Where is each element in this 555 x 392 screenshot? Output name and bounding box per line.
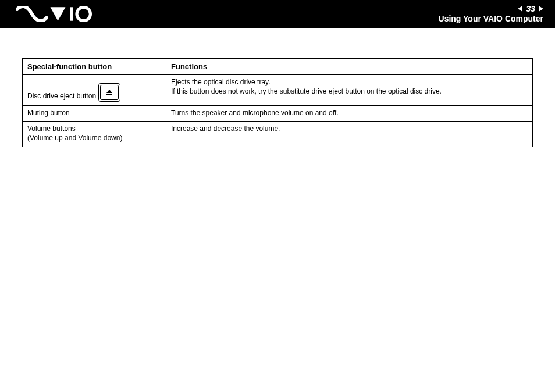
svg-marker-0 <box>51 7 66 20</box>
pager: 33 <box>518 5 543 13</box>
svg-point-2 <box>77 7 90 20</box>
row2-label-line1: Volume buttons <box>27 124 76 133</box>
col2-header: Functions <box>166 59 533 75</box>
row0-func-cell: Ejects the optical disc drive tray. If t… <box>166 75 533 106</box>
vaio-logo-svg <box>16 6 99 22</box>
row2-func: Increase and decrease the volume. <box>166 122 533 147</box>
header-right: 33 Using Your VAIO Computer <box>439 5 543 24</box>
prev-page-arrow-icon[interactable] <box>518 6 522 12</box>
row0-label: Disc drive eject button <box>27 91 96 102</box>
table-row: Muting button Turns the speaker and micr… <box>23 106 533 122</box>
row0-label-cell: Disc drive eject button <box>23 75 166 106</box>
section-title: Using Your VAIO Computer <box>439 15 543 23</box>
content-area: Special-function button Functions Disc d… <box>0 28 555 147</box>
row0-func-line1: Ejects the optical disc drive tray. <box>171 78 271 86</box>
table-row: Disc drive eject button Ejects the optic… <box>23 75 533 106</box>
row2-label-line2: (Volume up and Volume down) <box>27 134 122 142</box>
row2-label-cell: Volume buttons (Volume up and Volume dow… <box>23 122 166 147</box>
row1-func: Turns the speaker and microphone volume … <box>166 106 533 122</box>
header-bar: 33 Using Your VAIO Computer <box>0 0 555 28</box>
svg-rect-1 <box>70 7 73 20</box>
row0-func-line2: If this button does not work, try the su… <box>171 87 442 95</box>
table-header-row: Special-function button Functions <box>23 59 533 75</box>
eject-icon <box>106 89 113 96</box>
next-page-arrow-icon[interactable] <box>539 6 543 12</box>
table-row: Volume buttons (Volume up and Volume dow… <box>23 122 533 147</box>
col1-header: Special-function button <box>23 59 166 75</box>
row1-label: Muting button <box>23 106 166 122</box>
functions-table: Special-function button Functions Disc d… <box>22 58 533 147</box>
vaio-logo <box>16 0 99 28</box>
page-number: 33 <box>526 5 535 13</box>
eject-button-graphic <box>98 83 120 102</box>
